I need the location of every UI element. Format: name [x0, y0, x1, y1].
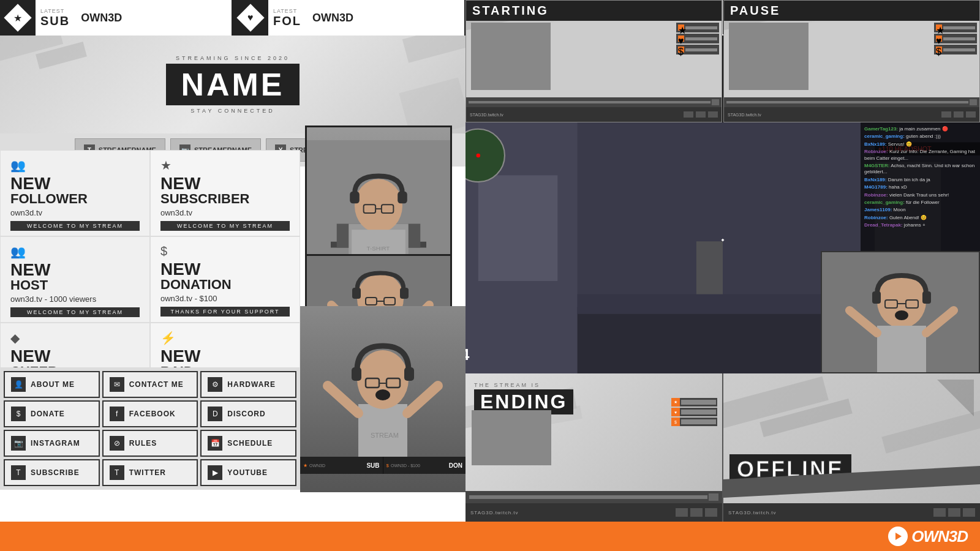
alert-welcome-host: WELCOME TO MY STREAM	[10, 307, 140, 317]
rules-label: RULES	[129, 439, 157, 448]
donate-button[interactable]: $ DONATE	[4, 400, 100, 427]
ending-small-text: THE STREAM IS	[474, 382, 573, 388]
chat-msg-12: Dread_Tetrapak: johanns +	[864, 222, 976, 228]
offline-ctrl-3[interactable]	[963, 508, 975, 517]
offline-ctrl-2[interactable]	[948, 508, 960, 517]
chat-msg-7: M4G1789: haha xD	[864, 184, 976, 190]
stat-sub-labels: LATEST SUB	[36, 8, 75, 28]
contact-me-button[interactable]: ✉ CONTACT ME	[102, 371, 198, 398]
alert-new-cheer: NEW	[10, 348, 140, 365]
offline-bb-text: STAG3D.twitch.tv	[728, 510, 777, 515]
offline-triangle-deco	[937, 380, 974, 416]
starting-ctrl-1[interactable]	[684, 111, 693, 118]
starting-ctrl-3[interactable]	[708, 111, 718, 118]
action-buttons-area: 👤 ABOUT ME ✉ CONTACT ME ⚙ HARDWARE $ DON…	[0, 367, 300, 490]
bottom-wb-stats-bar: ★ OWN3D SUB $ OWN3D - $100 DON	[300, 457, 466, 474]
bwb-sub: ★ OWN3D SUB	[300, 457, 383, 474]
trp-ms-icon-2: ♥	[678, 36, 684, 42]
follower-icon: 👥	[10, 158, 140, 173]
starting-bb-text: STAG3D.twitch.tv	[470, 113, 681, 117]
trp-ms-bar-2	[685, 37, 717, 40]
svg-rect-51	[696, 241, 723, 294]
alert-donation: $ NEW DONATION own3d.tv - $100 THANKS FO…	[150, 236, 300, 323]
trp-pause-bar-2	[943, 37, 975, 40]
alert-welcome-follower: WELCOME TO MY STREAM	[10, 221, 140, 231]
ending-ctrl-1[interactable]	[676, 508, 688, 517]
hardware-label: HARDWARE	[227, 380, 276, 389]
ending-ctrl-3[interactable]	[705, 508, 717, 517]
ending-bb-controls	[676, 508, 717, 517]
trp-ms-bar-3	[685, 48, 717, 51]
alert-welcome-donation: THANKS FOR YOUR SUPPORT	[160, 307, 290, 317]
chat-msg-1: GamerTag123: ja main zusammen 🔴	[864, 126, 976, 132]
discord-label: DISCORD	[227, 410, 265, 418]
subscribe-button[interactable]: T SUBSCRIBE	[4, 459, 100, 486]
star-icon: ★	[13, 12, 22, 24]
chat-msg-5: M4GSTER: Achso, macht Sinn. Und ich war …	[864, 163, 976, 176]
player-cam-overlay	[821, 251, 980, 373]
about-me-icon: 👤	[11, 377, 26, 392]
twitter-button[interactable]: T TWITTER	[102, 459, 198, 486]
starting-video-preview	[471, 23, 551, 90]
svg-text:34: 34	[466, 346, 470, 363]
pause-mini-stats: ★ ♥ $	[934, 23, 977, 56]
facebook-button[interactable]: f FACEBOOK	[102, 400, 198, 427]
trp-ms-icon-3: $	[678, 47, 684, 53]
donation-icon: $	[160, 244, 290, 258]
play-icon-svg	[892, 531, 903, 542]
bwb-sub-val: SUB	[366, 462, 379, 469]
ending-progress-btn[interactable]	[709, 493, 718, 501]
left-panel: ★ LATEST SUB OWN3D ♥ LATEST FOL OWN3D	[0, 0, 466, 522]
alert-subscriber: ★ NEW SUBSCRIBER own3d.tv WELCOME TO MY …	[150, 150, 300, 236]
offline-ctrl-1[interactable]	[933, 508, 946, 517]
starting-bottom-bar: STAG3D.twitch.tv	[466, 107, 722, 122]
donate-label: DONATE	[31, 410, 65, 418]
pause-ctrl-3[interactable]	[966, 111, 976, 118]
svg-rect-42	[578, 294, 842, 314]
chat-msg-2: ceramic_gaming: guten abend :)))	[864, 133, 976, 140]
svg-marker-64	[895, 533, 902, 540]
schedule-button[interactable]: 📅 SCHEDULE	[200, 430, 296, 457]
schedule-icon: 📅	[208, 436, 222, 451]
pause-ctrl-2[interactable]	[954, 111, 963, 118]
svg-rect-28	[404, 367, 414, 381]
alert-name-follower: own3d.tv	[10, 208, 140, 217]
discord-button[interactable]: D DISCORD	[200, 400, 296, 427]
stat-fol-icon: ♥	[233, 0, 268, 36]
hardware-button[interactable]: ⚙ HARDWARE	[200, 371, 296, 398]
bwb-sub-label: OWN3D	[309, 463, 325, 468]
svg-point-44	[477, 154, 480, 157]
pause-bb-text: STAG3D.twitch.tv	[728, 113, 939, 117]
svg-text:T-SHIRT: T-SHIRT	[367, 245, 390, 252]
alert-new-host: NEW	[10, 261, 140, 279]
youtube-button[interactable]: ▶ YOUTUBE	[200, 459, 296, 486]
rules-button[interactable]: ⊘ RULES	[102, 430, 198, 457]
alert-type-follower: FOLLOWER	[10, 192, 140, 206]
contact-me-label: CONTACT ME	[129, 380, 184, 389]
top-right-panels: STARTING ★ ♥ $ STAG3D.twitch.tv PAUSE ★ …	[466, 0, 980, 122]
bwb-don: $ OWN3D - $100 DON	[383, 457, 466, 474]
ending-ctrl-2[interactable]	[690, 508, 703, 517]
starting-prog-btn[interactable]	[712, 99, 719, 105]
donate-icon: $	[11, 407, 26, 421]
svg-rect-16	[400, 288, 409, 299]
chat-msg-9: ceramic_gaming: für die Follower	[864, 200, 976, 206]
instagram-button[interactable]: 📷 INSTAGRAM	[4, 430, 100, 457]
rules-icon: ⊘	[110, 436, 124, 451]
chat-overlay: GamerTag123: ja main zusammen 🔴 ceramic_…	[861, 122, 980, 269]
chat-msg-3: BxNx189: Servus! 😊	[864, 141, 976, 148]
contact-me-icon: ✉	[110, 377, 124, 392]
ending-title: ENDING	[480, 391, 567, 413]
ending-bottom-bar: STAG3D.twitch.tv	[466, 503, 722, 522]
youtube-label: YOUTUBE	[227, 468, 268, 477]
pause-prog-btn[interactable]	[970, 99, 977, 105]
bwb-star-icon: ★	[303, 463, 307, 468]
alert-welcome-subscriber: WELCOME TO MY STREAM	[160, 221, 290, 231]
pms-bar-1	[681, 400, 716, 405]
starting-ctrl-2[interactable]	[696, 111, 706, 118]
bottom-bar: OWN3D	[0, 522, 980, 551]
raid-icon: ⚡	[160, 331, 290, 345]
about-me-button[interactable]: 👤 ABOUT ME	[4, 371, 100, 398]
svg-point-32	[375, 389, 390, 400]
pause-ctrl-1[interactable]	[941, 111, 951, 118]
